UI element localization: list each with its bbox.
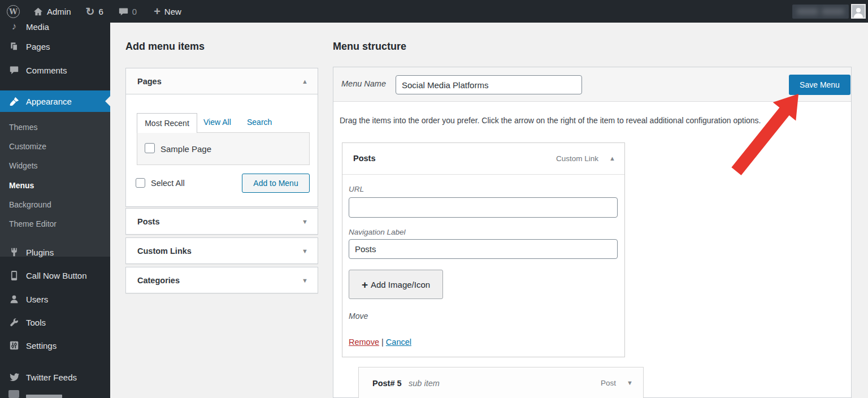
plus-icon: + <box>154 6 160 17</box>
admin-bar-comments[interactable]: 0 <box>119 7 137 16</box>
posts-accordion-panel[interactable]: Posts ▼ <box>125 208 318 235</box>
chevron-up-icon[interactable]: ▲ <box>302 78 308 85</box>
chevron-down-icon[interactable]: ▼ <box>627 379 633 386</box>
comments-icon <box>8 66 20 75</box>
submenu-label: Theme Editor <box>9 219 57 228</box>
account-name-blurred[interactable] <box>792 5 849 19</box>
chevron-down-icon[interactable]: ▼ <box>302 248 308 254</box>
select-all-label: Select All <box>151 179 185 188</box>
sidebar-sub-themes[interactable]: Themes <box>0 118 110 137</box>
sidebar-item-plugins[interactable]: Plugins <box>0 240 110 264</box>
admin-bar: W Admin ↻ 6 0 + New <box>0 0 868 23</box>
menu-item-title: Posts <box>353 154 376 163</box>
sample-page-checkbox[interactable] <box>145 143 155 153</box>
admin-bar-updates[interactable]: ↻ 6 <box>86 5 103 18</box>
menu-name-input[interactable] <box>396 75 582 94</box>
admin-bar-site[interactable]: Admin <box>33 7 71 16</box>
menu-item-type: Custom Link <box>556 154 598 163</box>
menu-name-label: Menu Name <box>341 79 386 88</box>
chevron-up-icon[interactable]: ▲ <box>609 155 615 162</box>
chevron-down-icon[interactable]: ▼ <box>302 218 308 225</box>
submenu-label: Background <box>9 200 51 209</box>
sidebar-sub-menus[interactable]: Menus <box>0 176 110 195</box>
avatar[interactable] <box>851 4 866 19</box>
sidebar-item-call-now-button[interactable]: Call Now Button <box>0 263 110 287</box>
sub-item-label: sub item <box>409 379 440 388</box>
submenu-label: Customize <box>9 142 46 151</box>
settings-sliders-icon <box>8 341 20 350</box>
sidebar-sub-customize[interactable]: Customize <box>0 137 110 156</box>
custom-links-accordion-panel[interactable]: Custom Links ▼ <box>125 237 318 264</box>
menu-structure-panel: Menu Name Save Menu Drag the items into … <box>333 67 852 398</box>
submenu-label: Themes <box>9 123 38 132</box>
sample-page-label: Sample Page <box>160 144 211 154</box>
tab-label: Most Recent <box>145 119 189 128</box>
menu-item-posts-box: Posts Custom Link ▲ URL Navigation Label… <box>342 142 625 357</box>
tools-wrench-icon <box>8 318 20 327</box>
new-label: New <box>164 7 181 16</box>
pages-icon <box>8 42 20 51</box>
menu-item-title: Post# 5 <box>372 379 402 388</box>
sidebar-item-label: Users <box>26 295 48 304</box>
sidebar-item-label: Appearance <box>26 97 72 106</box>
save-menu-button[interactable]: Save Menu <box>789 75 850 95</box>
drag-instructions: Drag the items into the order you prefer… <box>340 116 761 125</box>
twitter-bird-icon <box>8 373 20 382</box>
sidebar-item-label: Twitter Feeds <box>26 373 77 382</box>
chevron-down-icon[interactable]: ▼ <box>302 277 308 284</box>
users-icon <box>8 295 20 304</box>
item-action-links: Remove | Cancel <box>349 338 411 347</box>
select-all-checkbox[interactable] <box>136 178 145 188</box>
admin-bar-new[interactable]: + New <box>154 6 181 17</box>
sidebar-item-partial-icon <box>8 390 19 398</box>
add-image-icon-label: Add Image/Icon <box>371 280 430 289</box>
sidebar-sub-widgets[interactable]: Widgets <box>0 156 110 175</box>
add-to-menu-button[interactable]: Add to Menu <box>242 174 310 193</box>
sidebar-item-label: Call Now Button <box>26 271 87 280</box>
navigation-label-input[interactable] <box>349 239 618 259</box>
link-separator: | <box>381 338 384 347</box>
sidebar-item-label: Plugins <box>26 248 54 257</box>
remove-link[interactable]: Remove <box>349 338 379 347</box>
categories-accordion-panel[interactable]: Categories ▼ <box>125 267 318 293</box>
comments-bubble-icon <box>119 7 128 16</box>
wordpress-logo-icon[interactable]: W <box>7 5 20 18</box>
menu-item-posts-handle[interactable]: Posts Custom Link ▲ <box>342 143 624 175</box>
phone-icon <box>8 271 20 280</box>
pages-accordion-header[interactable]: Pages ▲ <box>126 68 318 94</box>
submenu-label: Widgets <box>9 161 38 170</box>
pages-accordion-title: Pages <box>137 77 162 86</box>
sidebar-item-settings[interactable]: Settings <box>0 334 110 357</box>
cancel-link[interactable]: Cancel <box>386 338 411 347</box>
plugins-icon <box>8 248 20 257</box>
custom-links-accordion-title: Custom Links <box>137 246 192 256</box>
plus-icon: + <box>362 279 368 290</box>
tab-view-all[interactable]: View All <box>203 118 231 127</box>
sidebar-item-twitter-feeds[interactable]: Twitter Feeds <box>0 365 110 389</box>
sidebar-item-comments[interactable]: Comments <box>0 58 110 82</box>
sidebar-item-label: Pages <box>26 42 50 51</box>
admin-bar-site-label: Admin <box>47 7 71 16</box>
home-icon <box>33 7 43 16</box>
sidebar-sub-background[interactable]: Background <box>0 195 110 214</box>
sidebar-item-appearance[interactable]: Appearance <box>0 90 110 112</box>
url-label: URL <box>349 185 364 193</box>
sidebar-sub-theme-editor[interactable]: Theme Editor <box>0 214 110 233</box>
updates-icon: ↻ <box>86 5 95 18</box>
sidebar-item-users[interactable]: Users <box>0 287 110 311</box>
add-image-icon-button[interactable]: + Add Image/Icon <box>349 270 443 299</box>
tab-most-recent[interactable]: Most Recent <box>137 113 197 133</box>
move-label: Move <box>349 312 368 321</box>
media-icon: ♪ <box>8 23 20 32</box>
categories-accordion-title: Categories <box>137 276 180 285</box>
sidebar-item-pages[interactable]: Pages <box>0 34 110 58</box>
posts-accordion-title: Posts <box>137 217 160 226</box>
current-menu-arrow <box>105 96 110 106</box>
menu-item-post5-box[interactable]: Post# 5 sub item Post ▼ <box>358 367 644 398</box>
sidebar-item-tools[interactable]: Tools <box>0 310 110 334</box>
menu-name-bar: Menu Name Save Menu <box>333 67 851 102</box>
menu-structure-heading: Menu structure <box>333 41 406 53</box>
tab-search[interactable]: Search <box>247 118 272 127</box>
sidebar-item-label: Comments <box>26 66 67 75</box>
url-input[interactable] <box>349 197 618 218</box>
